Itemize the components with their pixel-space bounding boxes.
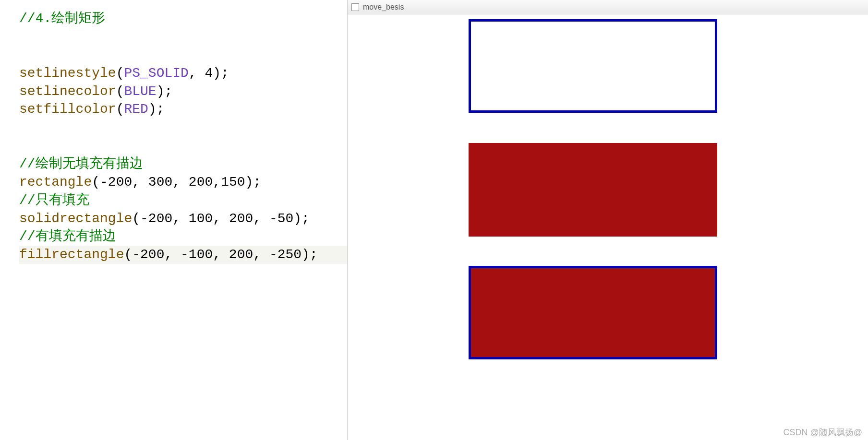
comment-fill: //有填充有描边 [19, 227, 347, 246]
code-line-setfillcolor: setfillcolor(RED); [19, 100, 347, 119]
func-setfillcolor: setfillcolor [19, 102, 116, 117]
code-line-solidrectangle: solidrectangle(-200, 100, 200, -50); [19, 210, 347, 228]
rectangle-solid [469, 143, 717, 237]
code-line-setlinestyle: setlinestyle(PS_SOLID, 4); [19, 64, 347, 83]
func-setlinestyle: setlinestyle [19, 66, 116, 81]
watermark-text: CSDN @随风飘扬@ [783, 427, 862, 438]
window-titlebar[interactable]: move_besis [348, 0, 868, 14]
code-line-rectangle: rectangle(-200, 300, 200,150); [19, 173, 347, 191]
args-fillrectangle: (-200, -100, 200, -250); [124, 247, 317, 262]
window-title-text: move_besis [363, 3, 404, 12]
func-rectangle: rectangle [19, 175, 92, 190]
rectangle-outline [469, 19, 717, 113]
comment-solid: //只有填充 [19, 191, 347, 210]
rectangle-fill [469, 266, 717, 359]
arg-ps-solid: PS_SOLID [124, 66, 188, 81]
code-editor-panel: //4.绘制矩形 setlinestyle(PS_SOLID, 4); setl… [0, 0, 347, 440]
code-line-setlinecolor: setlinecolor(BLUE); [19, 83, 347, 101]
args-solidrectangle: (-200, 100, 200, -50); [132, 211, 310, 226]
comment-rect: //绘制无填充有描边 [19, 155, 347, 173]
app-icon [351, 3, 359, 11]
output-window: move_besis CSDN @随风飘扬@ [347, 0, 868, 440]
args-rectangle: (-200, 300, 200,150); [92, 175, 261, 190]
func-setlinecolor: setlinecolor [19, 84, 116, 99]
code-line-fillrectangle: fillrectangle(-200, -100, 200, -250); [19, 246, 347, 264]
comment-header: //4.绘制矩形 [19, 10, 347, 28]
func-fillrectangle: fillrectangle [19, 247, 124, 262]
canvas-area: CSDN @随风飘扬@ [348, 14, 868, 440]
arg-blue: BLUE [124, 84, 156, 99]
arg-red: RED [124, 102, 148, 117]
func-solidrectangle: solidrectangle [19, 211, 132, 226]
arg-4: 4 [205, 66, 213, 81]
